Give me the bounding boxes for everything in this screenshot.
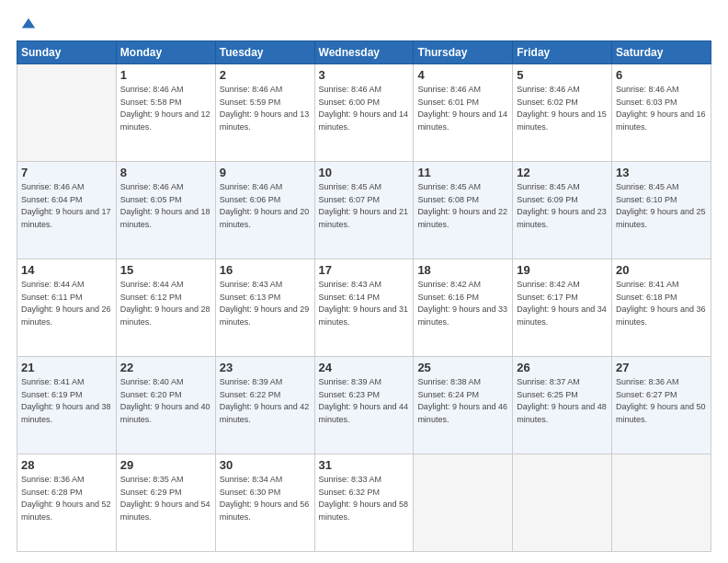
day-info: Sunrise: 8:36 AMSunset: 6:27 PMDaylight:… [616,376,707,426]
week-row-4: 21Sunrise: 8:41 AMSunset: 6:19 PMDayligh… [17,357,711,454]
day-info: Sunrise: 8:46 AMSunset: 6:01 PMDaylight:… [417,84,508,133]
day-number: 17 [319,263,410,277]
day-number: 11 [417,166,508,179]
calendar-cell: 16Sunrise: 8:43 AMSunset: 6:13 PMDayligh… [215,259,314,357]
day-info: Sunrise: 8:46 AMSunset: 6:03 PMDaylight:… [616,84,707,133]
calendar-cell: 23Sunrise: 8:39 AMSunset: 6:22 PMDayligh… [215,357,314,454]
weekday-header-thursday: Thursday [414,41,513,64]
calendar-cell [513,454,612,552]
calendar-cell: 12Sunrise: 8:45 AMSunset: 6:09 PMDayligh… [513,162,612,259]
week-row-5: 28Sunrise: 8:36 AMSunset: 6:28 PMDayligh… [17,454,711,552]
calendar-cell: 6Sunrise: 8:46 AMSunset: 6:03 PMDaylight… [612,64,711,162]
weekday-header-friday: Friday [513,41,612,64]
week-row-2: 7Sunrise: 8:46 AMSunset: 6:04 PMDaylight… [17,162,711,259]
day-info: Sunrise: 8:46 AMSunset: 6:00 PMDaylight:… [319,84,410,133]
day-number: 28 [21,458,112,472]
day-info: Sunrise: 8:45 AMSunset: 6:09 PMDaylight:… [517,181,608,231]
day-number: 6 [616,68,707,82]
day-info: Sunrise: 8:45 AMSunset: 6:10 PMDaylight:… [616,181,707,231]
day-info: Sunrise: 8:39 AMSunset: 6:23 PMDaylight:… [319,376,410,426]
day-info: Sunrise: 8:33 AMSunset: 6:32 PMDaylight:… [319,474,410,523]
header [17,17,711,33]
day-number: 27 [616,361,707,374]
page: SundayMondayTuesdayWednesdayThursdayFrid… [0,0,728,563]
day-info: Sunrise: 8:46 AMSunset: 6:05 PMDaylight:… [120,181,211,231]
day-number: 8 [120,166,211,179]
weekday-header-row: SundayMondayTuesdayWednesdayThursdayFrid… [17,41,711,64]
day-number: 29 [120,458,211,472]
day-info: Sunrise: 8:46 AMSunset: 5:58 PMDaylight:… [120,84,211,133]
day-info: Sunrise: 8:41 AMSunset: 6:19 PMDaylight:… [21,376,112,426]
day-number: 26 [517,361,608,374]
day-info: Sunrise: 8:35 AMSunset: 6:29 PMDaylight:… [120,474,211,523]
calendar-cell: 26Sunrise: 8:37 AMSunset: 6:25 PMDayligh… [513,357,612,454]
day-number: 19 [517,263,608,277]
calendar-cell: 17Sunrise: 8:43 AMSunset: 6:14 PMDayligh… [314,259,414,357]
calendar-cell: 29Sunrise: 8:35 AMSunset: 6:29 PMDayligh… [116,454,215,552]
calendar-cell: 15Sunrise: 8:44 AMSunset: 6:12 PMDayligh… [116,259,215,357]
day-number: 2 [220,68,311,82]
calendar-cell: 18Sunrise: 8:42 AMSunset: 6:16 PMDayligh… [414,259,513,357]
day-number: 22 [120,361,211,374]
day-info: Sunrise: 8:34 AMSunset: 6:30 PMDaylight:… [220,474,311,523]
day-number: 21 [21,361,112,374]
day-number: 4 [417,68,508,82]
calendar-cell: 22Sunrise: 8:40 AMSunset: 6:20 PMDayligh… [116,357,215,454]
day-info: Sunrise: 8:45 AMSunset: 6:08 PMDaylight:… [417,181,508,231]
calendar-cell [414,454,513,552]
calendar-cell: 19Sunrise: 8:42 AMSunset: 6:17 PMDayligh… [513,259,612,357]
day-info: Sunrise: 8:40 AMSunset: 6:20 PMDaylight:… [120,376,211,426]
calendar-cell: 31Sunrise: 8:33 AMSunset: 6:32 PMDayligh… [314,454,414,552]
day-info: Sunrise: 8:42 AMSunset: 6:16 PMDaylight:… [417,279,508,328]
calendar-cell: 7Sunrise: 8:46 AMSunset: 6:04 PMDaylight… [17,162,117,259]
calendar-cell: 25Sunrise: 8:38 AMSunset: 6:24 PMDayligh… [414,357,513,454]
day-number: 9 [220,166,311,179]
day-number: 15 [120,263,211,277]
day-number: 5 [517,68,608,82]
calendar-cell: 14Sunrise: 8:44 AMSunset: 6:11 PMDayligh… [17,259,117,357]
day-number: 10 [319,166,410,179]
day-info: Sunrise: 8:44 AMSunset: 6:12 PMDaylight:… [120,279,211,328]
weekday-header-wednesday: Wednesday [314,41,414,64]
day-number: 16 [220,263,311,277]
day-number: 14 [21,263,112,277]
weekday-header-monday: Monday [116,41,215,64]
day-info: Sunrise: 8:37 AMSunset: 6:25 PMDaylight:… [517,376,608,426]
day-info: Sunrise: 8:36 AMSunset: 6:28 PMDaylight:… [21,474,112,523]
day-info: Sunrise: 8:44 AMSunset: 6:11 PMDaylight:… [21,279,112,328]
calendar-cell: 3Sunrise: 8:46 AMSunset: 6:00 PMDaylight… [314,64,414,162]
calendar-cell: 24Sunrise: 8:39 AMSunset: 6:23 PMDayligh… [314,357,414,454]
day-info: Sunrise: 8:43 AMSunset: 6:13 PMDaylight:… [220,279,311,328]
calendar-cell: 13Sunrise: 8:45 AMSunset: 6:10 PMDayligh… [612,162,711,259]
day-info: Sunrise: 8:39 AMSunset: 6:22 PMDaylight:… [220,376,311,426]
calendar-cell: 10Sunrise: 8:45 AMSunset: 6:07 PMDayligh… [314,162,414,259]
calendar-cell: 4Sunrise: 8:46 AMSunset: 6:01 PMDaylight… [414,64,513,162]
logo [17,17,37,33]
calendar-table: SundayMondayTuesdayWednesdayThursdayFrid… [17,40,711,552]
calendar-cell: 11Sunrise: 8:45 AMSunset: 6:08 PMDayligh… [414,162,513,259]
day-info: Sunrise: 8:42 AMSunset: 6:17 PMDaylight:… [517,279,608,328]
day-info: Sunrise: 8:45 AMSunset: 6:07 PMDaylight:… [319,181,410,231]
calendar-cell [17,64,117,162]
day-number: 1 [120,68,211,82]
day-info: Sunrise: 8:46 AMSunset: 6:04 PMDaylight:… [21,181,112,231]
calendar-cell: 30Sunrise: 8:34 AMSunset: 6:30 PMDayligh… [215,454,314,552]
calendar-cell: 9Sunrise: 8:46 AMSunset: 6:06 PMDaylight… [215,162,314,259]
day-number: 25 [417,361,508,374]
weekday-header-tuesday: Tuesday [215,41,314,64]
day-number: 24 [319,361,410,374]
day-number: 12 [517,166,608,179]
calendar-cell: 28Sunrise: 8:36 AMSunset: 6:28 PMDayligh… [17,454,117,552]
day-number: 31 [319,458,410,472]
day-info: Sunrise: 8:43 AMSunset: 6:14 PMDaylight:… [319,279,410,328]
calendar-cell: 1Sunrise: 8:46 AMSunset: 5:58 PMDaylight… [116,64,215,162]
day-info: Sunrise: 8:38 AMSunset: 6:24 PMDaylight:… [417,376,508,426]
day-number: 3 [319,68,410,82]
day-info: Sunrise: 8:41 AMSunset: 6:18 PMDaylight:… [616,279,707,328]
day-info: Sunrise: 8:46 AMSunset: 5:59 PMDaylight:… [220,84,311,133]
day-number: 13 [616,166,707,179]
day-number: 7 [21,166,112,179]
day-number: 23 [220,361,311,374]
week-row-3: 14Sunrise: 8:44 AMSunset: 6:11 PMDayligh… [17,259,711,357]
day-number: 30 [220,458,311,472]
